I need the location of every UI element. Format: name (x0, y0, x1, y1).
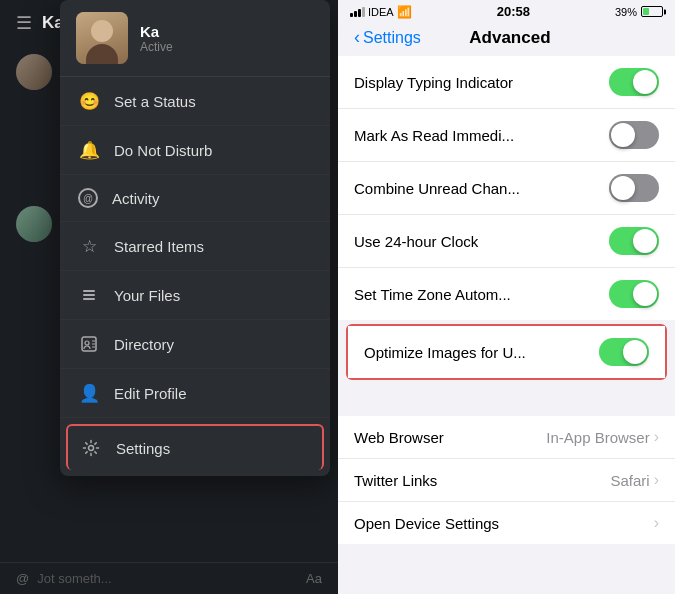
menu-item-activity[interactable]: @ Activity (60, 175, 330, 222)
back-label: Settings (363, 29, 421, 47)
settings-row-optimize-images-highlighted: Optimize Images for U... (346, 324, 667, 380)
svg-rect-2 (83, 290, 95, 292)
avatar-figure (76, 12, 128, 64)
toggle-thumb (623, 340, 647, 364)
status-right: 39% (615, 6, 663, 18)
chevron-right-icon: › (654, 428, 659, 446)
avatar-image (16, 54, 52, 90)
settings-row-typing-indicator: Display Typing Indicator (338, 56, 675, 109)
directory-icon (78, 333, 100, 355)
menu-label: Set a Status (114, 93, 196, 110)
divider (338, 384, 675, 416)
carrier-name: IDEA (368, 6, 394, 18)
status-bar: IDEA 📶 20:58 39% (338, 0, 675, 21)
text-icon: Aa (306, 571, 322, 586)
signal-bar-3 (358, 9, 361, 17)
avatar (16, 206, 52, 242)
hamburger-icon[interactable]: ☰ (16, 12, 32, 34)
page-title: Advanced (421, 28, 599, 48)
menu-item-starred-items[interactable]: ☆ Starred Items (60, 222, 330, 271)
signal-bar-4 (362, 7, 365, 17)
settings-row-24h-clock: Use 24-hour Clock (338, 215, 675, 268)
battery-fill (643, 8, 649, 15)
signal-bar-1 (350, 13, 353, 17)
status-left: IDEA 📶 (350, 5, 412, 19)
back-button[interactable]: ‹ Settings (354, 27, 421, 48)
menu-item-directory[interactable]: Directory (60, 320, 330, 369)
dropdown-header: Ka Active (60, 0, 330, 77)
toggle-24h-clock[interactable] (609, 227, 659, 255)
settings-section-toggles: Display Typing Indicator Mark As Read Im… (338, 56, 675, 320)
toggle-combine-unread[interactable] (609, 174, 659, 202)
username: Ka (140, 23, 314, 40)
toggle-mark-as-read[interactable] (609, 121, 659, 149)
dropdown-menu: Ka Active 😊 Set a Status 🔔 Do Not Distur… (60, 0, 330, 476)
settings-row-twitter-links[interactable]: Twitter Links Safari › (338, 459, 675, 502)
settings-content: Display Typing Indicator Mark As Read Im… (338, 56, 675, 594)
left-panel: ☰ Ka Ka Ka we... @ Jot someth... Aa (0, 0, 338, 594)
bell-icon: 🔔 (78, 139, 100, 161)
value-text: In-App Browser (546, 429, 649, 446)
toggle-typing-indicator[interactable] (609, 68, 659, 96)
toggle-thumb (633, 229, 657, 253)
toggle-thumb (633, 282, 657, 306)
toggle-optimize-images[interactable] (599, 338, 649, 366)
menu-label: Edit Profile (114, 385, 187, 402)
row-label: Combine Unread Chan... (354, 180, 520, 197)
svg-point-4 (85, 341, 89, 345)
settings-row-mark-as-read: Mark As Read Immedi... (338, 109, 675, 162)
smiley-icon: 😊 (78, 90, 100, 112)
row-value: › (654, 514, 659, 532)
menu-label: Starred Items (114, 238, 204, 255)
toggle-thumb (633, 70, 657, 94)
menu-item-do-not-disturb[interactable]: 🔔 Do Not Disturb (60, 126, 330, 175)
wifi-icon: 📶 (397, 5, 412, 19)
star-icon: ☆ (78, 235, 100, 257)
settings-row-optimize-images: Optimize Images for U... (348, 326, 665, 378)
row-value: Safari › (610, 471, 659, 489)
svg-rect-0 (83, 298, 95, 300)
activity-icon: @ (78, 188, 98, 208)
avatar-image (16, 206, 52, 242)
status-time: 20:58 (497, 4, 530, 19)
row-label: Set Time Zone Autom... (354, 286, 511, 303)
settings-section-links: Web Browser In-App Browser › Twitter Lin… (338, 416, 675, 544)
at-icon: @ (16, 571, 29, 586)
person-icon: 👤 (78, 382, 100, 404)
user-status: Active (140, 40, 314, 54)
right-panel: IDEA 📶 20:58 39% ‹ Settings Advanced Dis… (338, 0, 675, 594)
menu-item-your-files[interactable]: Your Files (60, 271, 330, 320)
settings-row-combine-unread: Combine Unread Chan... (338, 162, 675, 215)
toggle-timezone[interactable] (609, 280, 659, 308)
row-label: Use 24-hour Clock (354, 233, 478, 250)
settings-row-web-browser[interactable]: Web Browser In-App Browser › (338, 416, 675, 459)
toggle-thumb (611, 123, 635, 147)
battery-icon (641, 6, 663, 17)
menu-item-set-status[interactable]: 😊 Set a Status (60, 77, 330, 126)
chevron-right-icon: › (654, 471, 659, 489)
signal-bar-2 (354, 11, 357, 17)
menu-item-edit-profile[interactable]: 👤 Edit Profile (60, 369, 330, 418)
row-label: Mark As Read Immedi... (354, 127, 514, 144)
row-value: In-App Browser › (546, 428, 659, 446)
menu-label: Do Not Disturb (114, 142, 212, 159)
jot-placeholder: Jot someth... (37, 571, 111, 586)
menu-item-settings[interactable]: Settings (66, 424, 324, 470)
svg-point-8 (89, 446, 94, 451)
person-head (91, 20, 113, 42)
back-chevron-icon: ‹ (354, 27, 360, 48)
menu-label: Your Files (114, 287, 180, 304)
row-label: Web Browser (354, 429, 444, 446)
menu-label: Activity (112, 190, 160, 207)
settings-icon (80, 437, 102, 459)
row-label: Twitter Links (354, 472, 437, 489)
settings-row-timezone: Set Time Zone Autom... (338, 268, 675, 320)
row-label: Open Device Settings (354, 515, 499, 532)
value-text: Safari (610, 472, 649, 489)
toggle-thumb (611, 176, 635, 200)
battery-percent: 39% (615, 6, 637, 18)
nav-bar: ‹ Settings Advanced (338, 21, 675, 56)
person-body (86, 44, 118, 64)
user-info: Ka Active (140, 23, 314, 54)
settings-row-open-device-settings[interactable]: Open Device Settings › (338, 502, 675, 544)
